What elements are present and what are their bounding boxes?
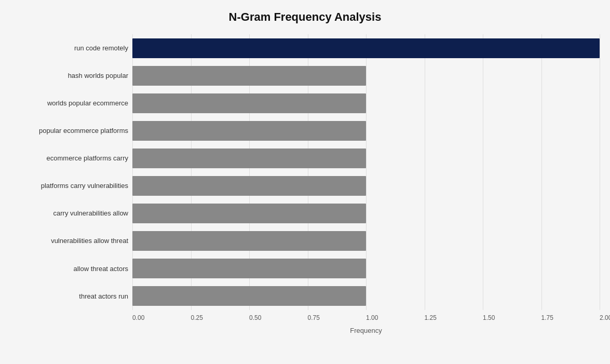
y-label: platforms carry vulnerabilities xyxy=(10,172,128,199)
y-label: ecommerce platforms carry xyxy=(10,144,128,172)
x-axis: 0.000.250.500.751.001.251.501.752.00 Fre… xyxy=(10,314,600,334)
grid-line xyxy=(600,34,600,310)
chart-area: run code remotelyhash worlds popularworl… xyxy=(10,34,600,310)
bars-and-grid xyxy=(132,34,600,310)
x-axis-title: Frequency xyxy=(10,327,600,334)
bar-row xyxy=(132,200,600,227)
y-label: threat actors run xyxy=(10,282,128,310)
plot-area: run code remotelyhash worlds popularworl… xyxy=(10,34,600,310)
bar-row xyxy=(132,117,600,144)
y-label: worlds popular ecommerce xyxy=(10,89,128,117)
y-label: carry vulnerabilities allow xyxy=(10,200,128,227)
y-label: run code remotely xyxy=(10,34,128,62)
bar xyxy=(132,38,600,58)
bar xyxy=(132,149,366,168)
bar xyxy=(132,286,366,306)
bar-row xyxy=(132,172,600,199)
bar xyxy=(132,66,366,86)
y-label: hash worlds popular xyxy=(10,62,128,89)
bar-row xyxy=(132,89,600,117)
bar-row xyxy=(132,227,600,255)
bar-row xyxy=(132,34,600,62)
x-tick-labels: 0.000.250.500.751.001.251.501.752.00 xyxy=(132,314,600,325)
bar-row xyxy=(132,62,600,89)
bar xyxy=(132,121,366,141)
bar xyxy=(132,204,366,223)
y-label: allow threat actors xyxy=(10,255,128,282)
bar-row xyxy=(132,255,600,282)
bar-row xyxy=(132,144,600,172)
bars-container xyxy=(132,34,600,310)
bar xyxy=(132,176,366,196)
y-axis-labels: run code remotelyhash worlds popularworl… xyxy=(10,34,132,310)
chart-title: N-Gram Frequency Analysis xyxy=(10,10,600,24)
chart-container: N-Gram Frequency Analysis run code remot… xyxy=(0,0,610,364)
bar xyxy=(132,93,366,113)
bar xyxy=(132,259,366,278)
bar-row xyxy=(132,282,600,310)
y-label: popular ecommerce platforms xyxy=(10,117,128,144)
bar xyxy=(132,231,366,251)
y-label: vulnerabilities allow threat xyxy=(10,227,128,255)
